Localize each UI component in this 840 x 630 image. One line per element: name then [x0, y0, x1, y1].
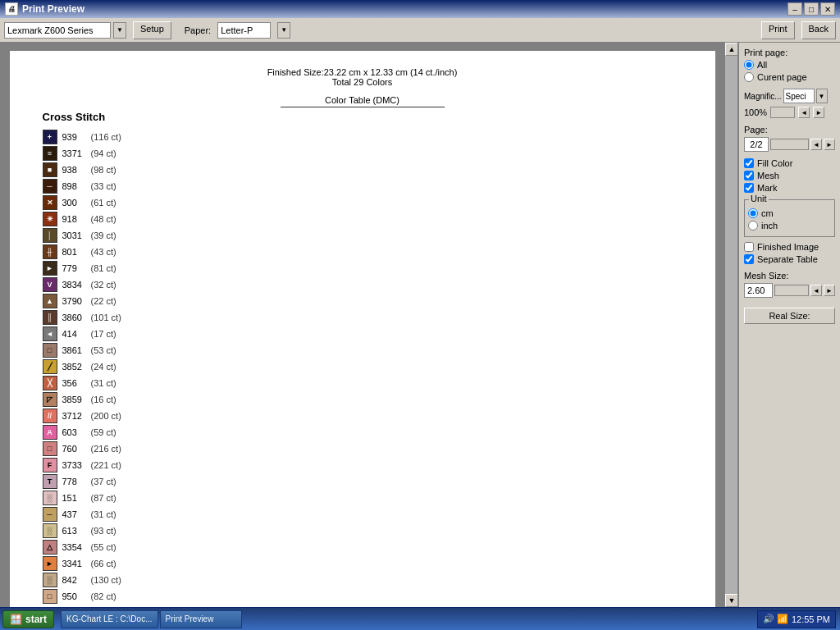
finished-image-checkbox[interactable]: [744, 242, 754, 252]
color-number: 414: [62, 329, 91, 339]
back-button[interactable]: Back: [801, 21, 836, 39]
cm-radio[interactable]: [748, 208, 758, 218]
color-swatch: ▲: [43, 294, 57, 308]
list-item: ■938(98 ct): [43, 162, 691, 177]
finished-image-label: Finished Image: [757, 242, 819, 252]
color-swatch: ░: [43, 573, 57, 587]
paper-dropdown-arrow[interactable]: ▼: [277, 22, 290, 39]
list-item: ◸3859(16 ct): [43, 392, 691, 407]
pct-right-btn[interactable]: ►: [813, 107, 824, 118]
current-page-radio[interactable]: [744, 72, 754, 82]
inch-radio[interactable]: [748, 221, 758, 231]
color-count: (81 ct): [91, 263, 116, 273]
mesh-size-value[interactable]: 2.60: [744, 283, 773, 298]
pct-scroll-track[interactable]: [770, 107, 795, 118]
list-item: ─898(33 ct): [43, 179, 691, 194]
preview-area[interactable]: Finished Size:23.22 cm x 12.33 cm (14 ct…: [0, 43, 724, 607]
paper-select[interactable]: Letter-P: [217, 22, 271, 39]
list-item: ╱3852(24 ct): [43, 359, 691, 374]
color-count: (87 ct): [91, 493, 116, 503]
fill-color-label: Fill Color: [757, 158, 792, 168]
printer-dropdown-arrow[interactable]: ▼: [113, 22, 126, 39]
page-prev-btn[interactable]: ◄: [810, 139, 822, 150]
color-number: 3859: [62, 395, 91, 404]
color-number: 3834: [62, 280, 91, 290]
print-button[interactable]: Print: [761, 21, 795, 39]
color-swatch: ►: [43, 556, 57, 571]
color-count: (116 ct): [91, 132, 121, 142]
color-swatch: A: [43, 425, 57, 440]
printer-select[interactable]: Lexmark Z600 Series: [4, 22, 111, 39]
color-number: 918: [62, 214, 91, 224]
color-swatch: ╱: [43, 359, 57, 374]
preview-header: Finished Size:23.22 cm x 12.33 cm (14 ct…: [34, 67, 691, 87]
mesh-size-label: Mesh Size:: [744, 271, 835, 281]
magnific-dropdown-arrow[interactable]: ▼: [816, 89, 828, 103]
list-item: ►779(81 ct): [43, 261, 691, 276]
scroll-track[interactable]: [725, 56, 737, 594]
fill-color-checkbox[interactable]: [744, 158, 754, 168]
minimize-button[interactable]: –: [788, 2, 802, 16]
color-swatch: ◸: [43, 392, 57, 407]
mesh-dec-btn[interactable]: ◄: [810, 285, 822, 296]
list-item: ░842(130 ct): [43, 573, 691, 587]
color-number: 3860: [62, 313, 91, 322]
color-count: (22 ct): [91, 296, 116, 306]
list-item: □950(82 ct): [43, 589, 691, 604]
list-item: □3861(53 ct): [43, 343, 691, 358]
color-table-title: Color Table (DMC): [281, 95, 445, 107]
mark-checkbox[interactable]: [744, 183, 754, 193]
mesh-scroll-track[interactable]: [774, 285, 809, 296]
color-swatch: □: [43, 441, 57, 456]
scroll-up-button[interactable]: ▲: [725, 43, 738, 56]
paper-label: Paper:: [185, 25, 211, 35]
close-button[interactable]: ✕: [820, 2, 835, 16]
color-number: 939: [62, 132, 91, 142]
list-item: ≡3371(94 ct): [43, 146, 691, 161]
list-item: T778(37 ct): [43, 474, 691, 489]
title-bar: 🖨 Print Preview – □ ✕: [0, 0, 840, 18]
page-next-btn[interactable]: ►: [824, 139, 835, 150]
setup-button[interactable]: Setup: [133, 21, 171, 39]
color-count: (32 ct): [91, 280, 116, 290]
color-number: 3341: [62, 559, 91, 568]
start-button[interactable]: 🪟 start: [2, 610, 54, 628]
color-count: (221 ct): [91, 460, 121, 470]
print-page-label: Print page:: [744, 48, 835, 57]
color-swatch: ≡: [43, 146, 57, 161]
color-swatch: ╫: [43, 244, 57, 259]
color-count: (82 ct): [91, 591, 116, 601]
taskbar: 🪟 start KG-Chart LE : C:\Doc... Print Pr…: [0, 607, 840, 630]
color-number: 3031: [62, 231, 91, 240]
list-item: ✕300(61 ct): [43, 195, 691, 210]
taskbar-item-1[interactable]: Print Preview: [160, 610, 242, 628]
list-item: ░151(87 ct): [43, 491, 691, 505]
color-swatch: ✳: [43, 212, 57, 226]
magnific-value[interactable]: Speci: [783, 89, 815, 103]
total-colors-text: Total 29 Colors: [34, 77, 691, 87]
taskbar-item-0[interactable]: KG-Chart LE : C:\Doc...: [61, 610, 158, 628]
list-item: F3733(221 ct): [43, 458, 691, 472]
color-count: (17 ct): [91, 329, 116, 339]
list-item: ◄414(17 ct): [43, 326, 691, 341]
color-count: (53 ct): [91, 345, 116, 355]
percent-value: 100%: [744, 107, 767, 117]
color-number: 3861: [62, 345, 91, 355]
preview-scrollbar-v[interactable]: ▲ ▼: [724, 43, 737, 607]
mesh-checkbox[interactable]: [744, 171, 754, 180]
color-count: (130 ct): [91, 575, 121, 585]
separate-table-label: Separate Table: [757, 254, 818, 264]
separate-table-checkbox[interactable]: [744, 254, 754, 264]
list-item: ║3860(101 ct): [43, 310, 691, 325]
toolbar: Lexmark Z600 Series ▼ Setup Paper: Lette…: [0, 18, 840, 43]
mesh-inc-btn[interactable]: ►: [824, 285, 835, 296]
maximize-button[interactable]: □: [804, 2, 819, 16]
color-swatch: ─: [43, 179, 57, 194]
color-swatch: □: [43, 343, 57, 358]
all-radio[interactable]: [744, 60, 754, 70]
scroll-down-button[interactable]: ▼: [725, 594, 738, 607]
real-size-button[interactable]: Real Size:: [744, 308, 835, 324]
cross-stitch-label: Cross Stitch: [43, 111, 691, 123]
page-scroll-track[interactable]: [770, 139, 809, 150]
pct-left-btn[interactable]: ◄: [798, 107, 810, 118]
